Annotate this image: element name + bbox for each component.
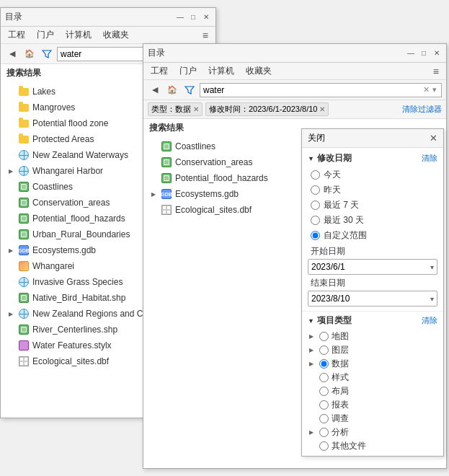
filter-panel: 关闭 ✕ ▼ 修改日期 清除 今天 昨天 最近 7 天 最近 30 天 [301, 128, 444, 457]
type-item-radio[interactable] [319, 428, 329, 437]
bg-menu-favorites[interactable]: 收藏夹 [100, 28, 132, 42]
type-item[interactable]: ▶图层 [308, 343, 437, 357]
filter-date-clear-button[interactable]: 清除 [422, 153, 437, 164]
tree-item-label: Coastlines [32, 182, 73, 192]
table-icon [161, 204, 172, 216]
filter-option-30days[interactable]: 最近 30 天 [308, 213, 437, 228]
fg-filter-type-tag: 类型：数据 ✕ [148, 102, 203, 116]
folder-icon [18, 102, 30, 113]
bg-close-button[interactable]: ✕ [201, 12, 211, 22]
type-item[interactable]: ▶地图 [308, 330, 437, 343]
fg-filter-type-close-button[interactable]: ✕ [193, 105, 199, 113]
tree-item-label: Ecosystems.gdb [175, 189, 239, 199]
type-item-radio[interactable] [319, 373, 329, 382]
fg-titlebar: 目录 — □ ✕ [143, 44, 446, 63]
filter-option-today[interactable]: 今天 [308, 167, 437, 182]
type-item-arrow-icon: ▶ [309, 347, 316, 353]
filter-yesterday-radio[interactable] [311, 185, 320, 195]
bg-back-button[interactable]: ◀ [5, 47, 19, 61]
fg-menu-project[interactable]: 工程 [148, 64, 171, 78]
type-item-label: 分析 [332, 426, 349, 438]
filter-option-yesterday[interactable]: 昨天 [308, 182, 437, 198]
fg-maximize-button[interactable]: □ [419, 48, 429, 58]
fg-search-box: ✕ ▾ [200, 83, 442, 97]
type-item[interactable]: ▶数据 [308, 357, 437, 371]
fg-search-dropdown-button[interactable]: ▾ [431, 85, 438, 94]
bg-minimize-button[interactable]: — [175, 12, 185, 22]
fg-window-controls: — □ ✕ [406, 48, 442, 58]
filter-type-section: ▼ 项目类型 清除 ▶地图▶图层▶数据样式布局报表调查▶分析其他文件 [302, 312, 443, 456]
fg-filter-date-close-button[interactable]: ✕ [319, 105, 325, 113]
bg-maximize-button[interactable]: □ [188, 12, 198, 22]
type-item[interactable]: 样式 [308, 371, 437, 384]
type-item-radio[interactable] [319, 387, 329, 396]
filter-panel-close-button[interactable]: ✕ [430, 133, 437, 144]
type-item-radio[interactable] [319, 441, 329, 451]
filter-option-custom[interactable]: 自定义范围 [308, 228, 437, 243]
bg-menu-computer[interactable]: 计算机 [63, 28, 94, 42]
fg-close-button[interactable]: ✕ [432, 48, 442, 58]
filter-option-7days[interactable]: 最近 7 天 [308, 198, 437, 213]
type-list: ▶地图▶图层▶数据样式布局报表调查▶分析其他文件 [308, 330, 437, 453]
type-item[interactable]: 其他文件 [308, 439, 437, 453]
type-item-radio[interactable] [319, 345, 329, 355]
bg-menu-project[interactable]: 工程 [5, 28, 28, 42]
filter-type-clear-button[interactable]: 清除 [422, 315, 437, 326]
fg-menu-favorites[interactable]: 收藏夹 [243, 64, 275, 78]
bg-menu-portal[interactable]: 门户 [34, 28, 57, 42]
filter-7days-radio[interactable] [311, 200, 320, 210]
fg-search-input[interactable] [203, 85, 422, 95]
type-item-radio[interactable] [319, 332, 329, 341]
type-item-label: 图层 [332, 344, 349, 356]
fg-filter-date-tag: 修改时间：2023/6/1-2023/8/10 ✕ [205, 102, 329, 116]
shapefile-icon [18, 292, 30, 304]
type-item-radio[interactable] [319, 414, 329, 423]
bg-window-controls: — □ ✕ [175, 12, 211, 22]
globe-icon [18, 149, 30, 161]
fg-menu-computer[interactable]: 计算机 [205, 64, 237, 78]
tree-item-label: Ecosystems.gdb [32, 245, 96, 255]
type-item-radio[interactable] [319, 400, 329, 410]
type-item[interactable]: ▶分析 [308, 426, 437, 439]
tree-item-label: River_Centerlines.shp [32, 325, 117, 335]
bg-hamburger-button[interactable]: ≡ [200, 30, 211, 41]
fg-minimize-button[interactable]: — [406, 48, 416, 58]
type-item[interactable]: 报表 [308, 398, 437, 412]
fg-home-button[interactable]: 🏠 [165, 83, 179, 97]
filter-7days-label: 最近 7 天 [324, 199, 359, 211]
fg-filter-button[interactable] [182, 83, 197, 97]
end-date-picker[interactable]: 2023/8/10 ▾ [308, 291, 437, 307]
type-item-label: 样式 [332, 371, 349, 384]
bg-home-button[interactable]: 🏠 [22, 47, 37, 61]
type-item-radio[interactable] [319, 359, 329, 369]
folder-icon [18, 118, 30, 129]
start-date-picker[interactable]: 2023/6/1 ▾ [308, 259, 437, 275]
fg-window-title: 目录 [148, 47, 165, 59]
filter-yesterday-label: 昨天 [324, 184, 341, 196]
tree-item-label: Protected Areas [32, 134, 94, 144]
type-item-label: 布局 [332, 385, 349, 397]
tree-item-label: Conservation_areas [175, 157, 252, 167]
tree-arrow-icon [6, 309, 15, 318]
tree-item-label: Whangarei [32, 261, 74, 271]
bg-filter-button[interactable] [40, 47, 54, 61]
filter-date-collapse-icon: ▼ [308, 155, 314, 162]
filter-custom-radio[interactable] [311, 231, 320, 240]
fg-menu-portal[interactable]: 门户 [177, 64, 200, 78]
filter-today-radio[interactable] [311, 170, 320, 180]
globe-icon [18, 308, 30, 319]
fg-hamburger-button[interactable]: ≡ [430, 66, 442, 77]
filter-date-section-header: ▼ 修改日期 清除 [308, 152, 437, 164]
fg-toolbar: ◀ 🏠 ✕ ▾ [143, 80, 446, 100]
type-item[interactable]: 布局 [308, 384, 437, 398]
fg-search-clear-button[interactable]: ✕ [422, 85, 431, 94]
filter-today-label: 今天 [324, 169, 341, 181]
fg-clear-filters-button[interactable]: 清除过滤器 [402, 104, 442, 115]
fg-back-button[interactable]: ◀ [148, 83, 162, 97]
filter-30days-radio[interactable] [311, 216, 320, 225]
bg-titlebar: 目录 — □ ✕ [1, 8, 215, 27]
filter-type-section-header: ▼ 项目类型 清除 [308, 314, 437, 327]
type-item-arrow-icon: ▶ [309, 333, 316, 340]
type-item[interactable]: 调查 [308, 412, 437, 426]
tree-item-label: Water Features.stylx [32, 340, 112, 351]
